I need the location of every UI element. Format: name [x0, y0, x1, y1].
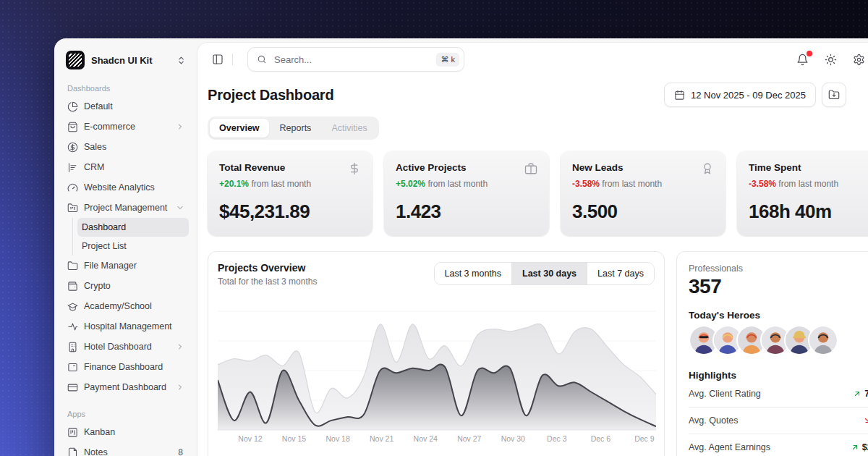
trend-up-icon — [853, 389, 861, 398]
credit-card-icon — [67, 382, 78, 393]
sidebar-item-dashboard[interactable]: Dashboard — [77, 218, 189, 237]
tab-reports[interactable]: Reports — [271, 119, 321, 138]
chart-bars-icon — [67, 162, 78, 173]
chart-title: Projects Overview — [218, 262, 317, 274]
sidebar-item-label: Notes — [84, 447, 172, 456]
sidebar-nav: Dashboards Default E-commerce Sales — [63, 80, 189, 456]
gauge-icon — [67, 182, 78, 193]
sidebar-item-project-list[interactable]: Project List — [77, 237, 189, 256]
range-last-30-days[interactable]: Last 30 days — [511, 263, 587, 284]
svg-text:Nov 24: Nov 24 — [414, 434, 438, 443]
heroes-avatar-group — [689, 325, 868, 355]
chevron-right-icon — [176, 383, 184, 392]
search-box[interactable]: ⌘ k — [247, 47, 464, 72]
sidebar-item-label: Kanban — [84, 427, 184, 437]
stat-card-total-revenue: Total Revenue +20.1% from last month $45… — [208, 151, 373, 236]
sidebar-item-notes[interactable]: Notes 8 — [63, 442, 189, 456]
highlights-title: Highlights — [689, 370, 868, 381]
divider — [232, 54, 233, 65]
gear-icon — [853, 54, 865, 66]
range-last-3-months[interactable]: Last 3 months — [435, 263, 512, 284]
sidebar-item-kanban[interactable]: Kanban — [63, 422, 189, 442]
sidebar-section-apps: Apps Kanban Notes 8 — [63, 406, 189, 456]
sidebar: Shadcn UI Kit Dashboards Default E-comme… — [54, 38, 197, 456]
theme-toggle-button[interactable] — [825, 54, 837, 66]
briefcase-icon — [524, 162, 537, 175]
settings-button[interactable] — [853, 54, 865, 66]
highlight-row-avg-client-rating: Avg. Client Rating 7.8/10 — [689, 381, 868, 408]
highlight-value: 7.8/10 — [853, 389, 868, 399]
professionals-count: 357 — [689, 275, 868, 298]
highlight-value: $2,309 — [851, 442, 868, 452]
sidebar-item-label: Hotel Dashboard — [84, 342, 170, 352]
chevron-right-icon — [176, 342, 184, 351]
brand-logo-icon — [66, 51, 85, 69]
shopping-bag-icon — [67, 122, 78, 132]
dashboard-tabs: OverviewReportsActivities — [208, 117, 379, 140]
sidebar-item-label: Hospital Management — [84, 321, 184, 332]
sidebar-item-payment-dashboard[interactable]: Payment Dashboard — [63, 377, 189, 397]
professionals-label: Professionals — [689, 263, 868, 274]
stat-delta: +5.02% from last month — [396, 179, 537, 189]
sidebar-item-hotel-dashboard[interactable]: Hotel Dashboard — [63, 337, 189, 357]
projects-overview-card: Projects Overview Total for the last 3 m… — [208, 251, 665, 456]
sidebar-item-default[interactable]: Default — [63, 96, 189, 117]
highlight-label: Avg. Agent Earnings — [689, 442, 851, 452]
bottom-row: Projects Overview Total for the last 3 m… — [197, 251, 868, 456]
stat-title: Total Revenue — [219, 162, 285, 173]
square-kanban-icon — [67, 427, 78, 438]
stat-delta: -3.58% from last month — [572, 179, 714, 189]
sidebar-item-academy-school[interactable]: Academy/School — [63, 296, 189, 316]
export-button[interactable] — [822, 83, 846, 107]
workspace-switcher[interactable]: Shadcn UI Kit — [63, 48, 189, 72]
range-last-7-days[interactable]: Last 7 days — [587, 263, 654, 284]
sidebar-item-label: Sales — [84, 142, 184, 152]
activity-icon — [67, 321, 78, 332]
sidebar-item-label: E-commerce — [84, 122, 170, 132]
calendar-icon — [674, 90, 685, 101]
highlight-row-avg-quotes: Avg. Quotes 730 — [689, 408, 868, 434]
folder-kanban-icon — [67, 203, 78, 214]
sidebar-item-hospital-management[interactable]: Hospital Management — [63, 316, 189, 337]
chevrons-up-down-icon — [176, 56, 186, 65]
sidebar-section-label: Dashboards — [63, 80, 189, 96]
topbar: ⌘ k — [197, 43, 868, 76]
stat-delta: -3.58% from last month — [749, 179, 868, 189]
sidebar-item-project-management[interactable]: Project Management — [63, 198, 189, 218]
highlight-label: Avg. Quotes — [689, 415, 863, 426]
sidebar-section-label: Apps — [63, 406, 189, 422]
chevron-right-icon — [176, 122, 184, 131]
hotel-icon — [67, 342, 78, 352]
sidebar-item-label: Crypto — [84, 281, 184, 291]
sidebar-item-sales[interactable]: Sales — [63, 137, 189, 157]
sidebar-item-label: Academy/School — [84, 301, 184, 311]
svg-text:Dec 6: Dec 6 — [591, 434, 611, 443]
tab-activities[interactable]: Activities — [322, 119, 376, 138]
page-title: Project Dashboard — [208, 87, 333, 104]
stat-value: 1.423 — [396, 200, 537, 223]
search-input[interactable] — [273, 54, 430, 66]
sidebar-toggle-button[interactable] — [212, 54, 224, 65]
folder-down-icon — [828, 89, 840, 101]
chart-subtitle: Total for the last 3 months — [218, 276, 317, 287]
notification-dot — [807, 51, 812, 56]
svg-text:Nov 30: Nov 30 — [501, 434, 525, 443]
sidebar-item-crypto[interactable]: Crypto — [63, 276, 189, 296]
stat-value: 168h 40m — [749, 200, 868, 223]
highlights-list: Avg. Client Rating 7.8/10 Avg. Quotes 73… — [689, 381, 868, 456]
sidebar-section-dashboards: Dashboards Default E-commerce Sales — [63, 80, 189, 397]
sidebar-item-file-manager[interactable]: File Manager — [63, 256, 189, 276]
tab-overview[interactable]: Overview — [210, 119, 269, 138]
stat-value: 3.500 — [572, 200, 714, 223]
award-icon — [701, 162, 714, 175]
hero-avatar-6[interactable] — [808, 325, 838, 355]
panel-top-icon — [67, 362, 78, 373]
topbar-actions — [796, 54, 865, 66]
sidebar-item-label: File Manager — [84, 261, 184, 271]
sidebar-item-finance-dashboard[interactable]: Finance Dashboard — [63, 357, 189, 377]
sidebar-item-crm[interactable]: CRM — [63, 157, 189, 177]
sidebar-item-website-analytics[interactable]: Website Analytics — [63, 177, 189, 198]
sidebar-item-e-commerce[interactable]: E-commerce — [63, 117, 189, 137]
date-range-button[interactable]: 12 Nov 2025 - 09 Dec 2025 — [664, 83, 816, 107]
svg-text:Nov 21: Nov 21 — [370, 434, 393, 443]
